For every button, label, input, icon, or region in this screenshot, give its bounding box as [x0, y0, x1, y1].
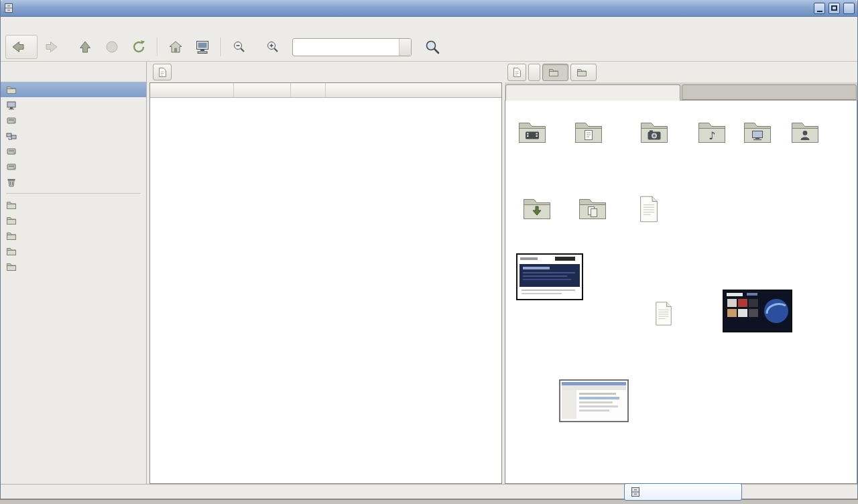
icon-view-item-documents[interactable]: [562, 117, 615, 151]
sidebar-item-filesystem[interactable]: [1, 113, 146, 128]
sidebar-item-encrypted-80gb[interactable]: [1, 159, 146, 174]
folder-music-icon: ♪: [696, 117, 728, 149]
toolbar-separator: [221, 38, 221, 56]
list-pane-location-bar: [149, 62, 502, 82]
folder-icon: [576, 67, 587, 78]
minimize-button[interactable]: [814, 3, 825, 14]
document-icon: [511, 67, 522, 78]
list-view-pane: [149, 62, 502, 484]
back-button[interactable]: [5, 35, 38, 59]
toolbar-separator: [157, 38, 158, 56]
folder-desktop-icon: [741, 117, 774, 149]
tab-plot[interactable]: [682, 84, 857, 100]
view-mode-select[interactable]: [292, 38, 412, 56]
toolbar: [1, 33, 857, 62]
icon-view-item-list[interactable]: [637, 299, 690, 330]
location-icon-button[interactable]: [507, 64, 526, 81]
column-header-type[interactable]: [291, 83, 326, 97]
file-list: [149, 82, 502, 484]
sidebar-item-desktop[interactable]: [1, 97, 146, 113]
network-icon: [6, 131, 17, 141]
titlebar[interactable]: [1, 0, 857, 17]
icon-view-item-downloads[interactable]: [510, 193, 564, 227]
svg-text:♪: ♪: [709, 129, 715, 142]
tab-notebook: ♪: [505, 82, 857, 484]
stop-button[interactable]: [99, 35, 125, 59]
icon-view-item-templates[interactable]: [566, 193, 619, 227]
path-button-desktop[interactable]: [570, 64, 597, 81]
icon-view-item-public[interactable]: [777, 117, 833, 151]
document-icon: [157, 67, 168, 78]
column-header-size[interactable]: [234, 83, 291, 97]
sidebar-item-network[interactable]: [1, 128, 146, 143]
disk-icon: [6, 162, 17, 172]
places-list: [1, 82, 146, 274]
icon-view-item-snimka1[interactable]: [559, 379, 629, 424]
trash-icon: [6, 177, 17, 188]
search-icon: [424, 39, 440, 55]
column-header-name[interactable]: [150, 83, 234, 97]
menubar: [1, 17, 857, 33]
folder-documents-icon: [572, 117, 605, 149]
folder-icon: [6, 246, 17, 257]
sidebar-item-video[interactable]: [1, 243, 146, 259]
zoom-out-button[interactable]: [227, 35, 252, 59]
icon-view-item-new-file[interactable]: [622, 193, 676, 227]
sidebar-item-music[interactable]: [1, 212, 146, 228]
home-icon: [168, 39, 184, 55]
folder-icon: [6, 84, 17, 95]
main-area: ♪: [1, 62, 857, 484]
folder-downloads-icon: [521, 193, 553, 225]
sidebar-header: [1, 62, 146, 82]
file-icon: [650, 299, 677, 328]
computer-icon: [194, 39, 210, 55]
reload-icon: [131, 39, 147, 55]
maximize-button[interactable]: [829, 3, 840, 14]
icon-view-item-video[interactable]: [505, 117, 559, 151]
folder-icon: [6, 231, 17, 241]
icon-view-pane: ♪: [505, 62, 857, 484]
image-thumbnail: [723, 290, 792, 332]
reload-button[interactable]: [126, 35, 151, 59]
zoom-in-button[interactable]: [260, 35, 286, 59]
sidebar-item-documents[interactable]: [1, 197, 146, 212]
image-thumbnail: [516, 253, 583, 300]
taskbar-window-button[interactable]: [624, 483, 742, 501]
stop-icon: [104, 39, 120, 55]
forward-arrow-icon: [44, 39, 60, 55]
icon-view-item-images[interactable]: [627, 117, 681, 151]
search-button[interactable]: [420, 35, 445, 59]
column-header-date[interactable]: [326, 83, 501, 97]
up-arrow-icon: [77, 39, 93, 55]
up-button[interactable]: [72, 35, 98, 59]
sidebar-item-downloads[interactable]: [1, 259, 146, 274]
window-menu-icon[interactable]: [3, 3, 14, 13]
path-button-home[interactable]: [528, 64, 540, 81]
path-bar: [505, 62, 857, 82]
folder-templates-icon: [576, 193, 609, 225]
back-arrow-icon: [10, 39, 26, 55]
sidebar-item-filesystem-210mb[interactable]: [1, 143, 146, 159]
sidebar-item-trash[interactable]: [1, 174, 146, 190]
sidebar-item-images[interactable]: [1, 228, 146, 243]
path-button-ash[interactable]: [542, 64, 568, 81]
desktop-icon: [6, 100, 17, 111]
icon-view-item-desktop[interactable]: [731, 117, 784, 151]
file-icon: [634, 193, 664, 225]
location-button[interactable]: [153, 64, 172, 80]
forward-button[interactable]: [39, 35, 71, 59]
close-button[interactable]: [843, 3, 855, 14]
computer-button[interactable]: [190, 35, 215, 59]
icon-view-item-snimka[interactable]: [723, 290, 792, 334]
icon-view-item-snimka2[interactable]: [515, 253, 585, 302]
folder-icon: [548, 67, 559, 78]
places-sidebar: [1, 62, 147, 484]
icon-grid: ♪: [505, 101, 857, 484]
folder-public-icon: [789, 117, 821, 149]
sidebar-item-ash[interactable]: [1, 82, 146, 97]
tab-ash[interactable]: [505, 84, 680, 101]
window-icon: [630, 487, 641, 497]
home-button[interactable]: [163, 35, 188, 59]
sidebar-separator: [6, 193, 141, 194]
tab-bar: [505, 82, 857, 101]
